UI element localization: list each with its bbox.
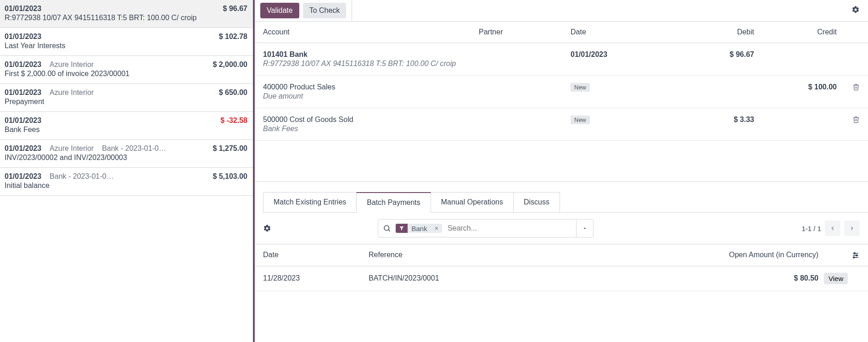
toolbar: Validate To Check	[255, 0, 352, 21]
tx-partner: Azure Interior	[50, 88, 94, 97]
transaction-item[interactable]: 01/01/2023$ -32.58Bank Fees	[0, 112, 253, 140]
tx-partner: Azure Interior	[50, 61, 94, 69]
reconciliation-panel: Validate To Check Account Partner Date D…	[255, 0, 868, 342]
batch-row[interactable]: 11/28/2023BATCH/IN/2023/0001$ 80.50View	[255, 266, 868, 291]
entries-header: Account Partner Date Debit Credit	[255, 22, 868, 43]
batch-date: 11/28/2023	[263, 274, 369, 282]
entry-account: 101401 Bank	[263, 50, 479, 59]
col-date: Date	[571, 28, 672, 36]
tabs: Match Existing Entries Batch Payments Ma…	[263, 192, 868, 213]
close-icon[interactable]: ×	[431, 225, 442, 232]
batch-controls: Bank × 1-1 / 1	[255, 213, 868, 244]
tx-description: INV/2023/00002 and INV/2023/00003	[5, 154, 247, 162]
new-tag: New	[571, 83, 590, 92]
entry-credit: $ 100.00	[754, 83, 837, 91]
entry-account: 400000 Product Sales	[263, 83, 479, 91]
transaction-item[interactable]: 01/01/2023Azure InteriorBank - 2023-01-0…	[0, 140, 253, 168]
entry-sub: Bank Fees	[263, 125, 479, 133]
entry-sub: R:9772938 10/07 AX 9415116318 T:5 BRT: 1…	[263, 60, 479, 68]
entry-debit: $ 3.33	[672, 116, 754, 124]
filter-label: Bank	[408, 225, 431, 232]
col-batch-reference: Reference	[369, 251, 681, 259]
transaction-item[interactable]: 01/01/2023Azure Interior$ 2,000.00First …	[0, 56, 253, 84]
tx-partner: Azure Interior	[50, 144, 94, 153]
entry-row[interactable]: 500000 Cost of Goods SoldBank FeesNew$ 3…	[255, 108, 868, 141]
tab-match-existing[interactable]: Match Existing Entries	[263, 192, 357, 212]
tx-amount: $ 2,000.00	[213, 61, 247, 69]
tx-amount: $ 650.00	[219, 88, 247, 97]
entry-account: 500000 Cost of Goods Sold	[263, 116, 479, 124]
validate-button[interactable]: Validate	[260, 3, 299, 18]
transactions-list: 01/01/2023$ 96.67R:9772938 10/07 AX 9415…	[0, 0, 255, 342]
tx-date: 01/01/2023	[5, 33, 41, 41]
col-debit: Debit	[672, 28, 754, 36]
svg-point-7	[853, 257, 855, 258]
toolbar-wrap: Validate To Check	[255, 0, 868, 22]
pager: 1-1 / 1	[801, 221, 860, 236]
gear-icon[interactable]	[263, 224, 271, 232]
tab-batch-payments[interactable]: Batch Payments	[356, 192, 431, 212]
filter-icon	[396, 224, 408, 233]
transaction-item[interactable]: 01/01/2023Azure Interior$ 650.00Prepayme…	[0, 84, 253, 112]
svg-point-5	[856, 254, 857, 256]
tx-description: First $ 2,000.00 of invoice 2023/00001	[5, 70, 247, 78]
col-account: Account	[263, 28, 479, 36]
transaction-item[interactable]: 01/01/2023Bank - 2023-01-0…$ 5,103.00Ini…	[0, 168, 253, 196]
tx-memo: Bank - 2023-01-0…	[50, 172, 114, 181]
col-partner: Partner	[479, 28, 571, 36]
view-button[interactable]: View	[824, 273, 848, 284]
filter-chip: Bank ×	[396, 224, 442, 233]
tx-date: 01/01/2023	[5, 144, 41, 153]
entry-debit: $ 96.67	[672, 50, 754, 59]
tx-date: 01/01/2023	[5, 88, 41, 97]
batch-reference: BATCH/IN/2023/0001	[369, 274, 681, 282]
tx-description: Bank Fees	[5, 126, 247, 134]
tx-date: 01/01/2023	[5, 5, 41, 13]
batch-header: Date Reference Open Amount (in Currency)	[255, 244, 868, 266]
trash-icon[interactable]	[837, 83, 860, 91]
pager-prev[interactable]	[825, 221, 840, 236]
trash-icon[interactable]	[837, 116, 860, 123]
search-box[interactable]: Bank ×	[378, 219, 594, 237]
tx-amount: $ -32.58	[220, 116, 247, 125]
entries-spacer	[255, 141, 868, 182]
tx-memo: Bank - 2023-01-0…	[102, 144, 166, 153]
col-batch-date: Date	[263, 251, 369, 259]
tab-manual-operations[interactable]: Manual Operations	[431, 192, 514, 212]
entry-date: 01/01/2023	[571, 50, 672, 59]
tx-amount: $ 96.67	[223, 5, 247, 13]
entry-sub: Due amount	[263, 92, 479, 100]
col-batch-open: Open Amount (in Currency)	[681, 251, 818, 259]
entry-row[interactable]: 400000 Product SalesDue amountNew$ 100.0…	[255, 76, 868, 108]
tx-amount: $ 102.78	[219, 33, 247, 41]
col-credit: Credit	[754, 28, 837, 36]
svg-line-1	[389, 230, 390, 231]
svg-point-0	[384, 226, 389, 231]
search-input[interactable]	[446, 221, 577, 236]
transaction-item[interactable]: 01/01/2023$ 96.67R:9772938 10/07 AX 9415…	[0, 0, 253, 28]
entry-row[interactable]: 101401 BankR:9772938 10/07 AX 9415116318…	[255, 43, 868, 76]
tx-date: 01/01/2023	[5, 116, 41, 125]
tab-discuss[interactable]: Discuss	[513, 192, 560, 212]
sliders-icon[interactable]	[818, 251, 860, 259]
tx-description: Last Year Interests	[5, 42, 247, 50]
journal-entries: Account Partner Date Debit Credit 101401…	[255, 22, 868, 182]
gear-icon[interactable]	[851, 6, 860, 14]
pager-next[interactable]	[844, 221, 860, 236]
tx-amount: $ 1,275.00	[213, 144, 247, 153]
search-icon	[378, 224, 396, 232]
tx-amount: $ 5,103.00	[213, 172, 247, 181]
to-check-button[interactable]: To Check	[303, 3, 347, 18]
tx-description: Prepayment	[5, 98, 247, 106]
pager-text: 1-1 / 1	[801, 225, 821, 232]
tx-date: 01/01/2023	[5, 61, 41, 69]
new-tag: New	[571, 116, 590, 124]
batch-open-amount: $ 80.50	[681, 274, 818, 282]
tx-description: Initial balance	[5, 182, 247, 190]
tx-date: 01/01/2023	[5, 172, 41, 181]
transaction-item[interactable]: 01/01/2023$ 102.78Last Year Interests	[0, 28, 253, 56]
tx-description: R:9772938 10/07 AX 9415116318 T:5 BRT: 1…	[5, 14, 247, 22]
chevron-down-icon[interactable]	[576, 220, 593, 237]
svg-point-3	[854, 253, 855, 254]
